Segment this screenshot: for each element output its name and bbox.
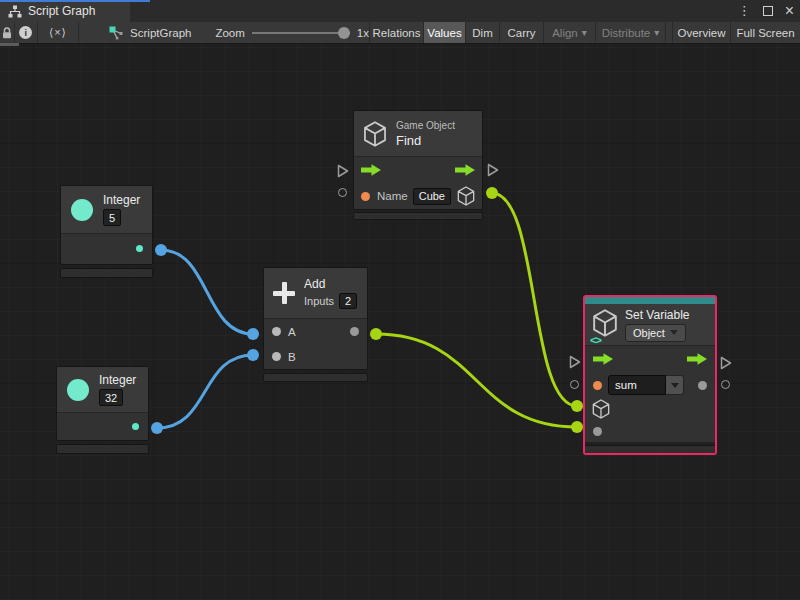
- input-port-b[interactable]: [272, 352, 281, 361]
- wire-endpoint[interactable]: [155, 244, 167, 256]
- variable-kind-strip: [585, 297, 715, 304]
- value-input-port[interactable]: [593, 427, 602, 436]
- input-row-a: A: [264, 319, 367, 344]
- output-port-value[interactable]: [698, 381, 707, 390]
- flow-out-port[interactable]: [455, 164, 475, 176]
- script-graph-icon: [109, 26, 124, 40]
- zoom-label: Zoom: [215, 27, 244, 39]
- flow-in-port[interactable]: [361, 164, 381, 176]
- data-out-connector[interactable]: [721, 380, 730, 389]
- zoom-slider-track: [252, 32, 350, 34]
- param-label: Name: [377, 190, 408, 202]
- integer-value-field[interactable]: 5: [103, 209, 121, 226]
- lock-button[interactable]: [0, 22, 15, 43]
- wire-endpoint[interactable]: [247, 328, 259, 340]
- output-port-sum[interactable]: [350, 327, 359, 336]
- output-port[interactable]: [132, 423, 139, 430]
- input-port-a[interactable]: [272, 327, 281, 336]
- wire-integer32-to-add-b[interactable]: [157, 355, 253, 428]
- wire-integer5-to-add-a[interactable]: [161, 250, 253, 334]
- node-footer: [263, 373, 368, 382]
- node-add[interactable]: Add Inputs 2 A B: [263, 267, 368, 382]
- node-gameobject-find[interactable]: Game Object Find Name Cube: [353, 110, 483, 220]
- wire-endpoint[interactable]: [151, 422, 163, 434]
- flow-in-port[interactable]: [593, 353, 613, 365]
- wire-endpoint[interactable]: [247, 349, 259, 361]
- maximize-icon[interactable]: [763, 6, 773, 16]
- node-integer-32[interactable]: Integer 32: [56, 366, 149, 454]
- inspect-button[interactable]: i: [15, 22, 38, 43]
- variable-name-dropdown-button[interactable]: [666, 375, 684, 395]
- wire-endpoint[interactable]: [571, 421, 583, 433]
- flow-out-connector[interactable]: [720, 356, 732, 370]
- dim-toggle[interactable]: Dim: [465, 22, 499, 43]
- menu-dots-icon[interactable]: ⋮: [738, 0, 751, 22]
- zoom-slider[interactable]: [252, 26, 350, 40]
- relations-label: Relations: [373, 27, 421, 39]
- node-set-variable-selected[interactable]: <> Set Variable Object: [583, 295, 717, 455]
- hierarchy-icon: [8, 5, 22, 18]
- node-footer: [56, 444, 149, 454]
- overview-button[interactable]: Overview: [672, 22, 730, 43]
- chevron-down-icon: ▾: [582, 27, 587, 38]
- titlebar: Script Graph ⋮ ×: [0, 0, 800, 22]
- chevron-down-icon: [670, 330, 678, 335]
- name-value-field[interactable]: Cube: [413, 188, 451, 205]
- distribute-label: Distribute: [602, 27, 651, 39]
- flow-out-port[interactable]: [687, 353, 707, 365]
- variable-name-row: sum: [585, 372, 715, 398]
- align-label: Align: [552, 27, 578, 39]
- flow-in-connector[interactable]: [569, 355, 581, 369]
- align-dropdown[interactable]: Align ▾: [543, 22, 595, 43]
- node-body: [57, 413, 148, 440]
- flow-in-connector[interactable]: [337, 164, 349, 178]
- code-view-icon: ⟨×⟩: [49, 26, 67, 39]
- integer-value-field[interactable]: 32: [99, 389, 123, 406]
- port-b-label: B: [288, 351, 296, 363]
- wire-endpoint[interactable]: [571, 400, 583, 412]
- variable-name-value[interactable]: sum: [608, 375, 666, 395]
- flow-row: [585, 346, 715, 372]
- node-footer: [585, 445, 715, 453]
- zoom-slider-handle[interactable]: [338, 27, 350, 39]
- input-row-b: B: [264, 344, 367, 369]
- variable-name-combobox[interactable]: sum: [608, 375, 684, 395]
- relations-toggle[interactable]: Relations: [369, 22, 423, 43]
- tab-script-graph[interactable]: Script Graph: [0, 0, 130, 22]
- node-title: Integer: [103, 193, 140, 207]
- script-graph-window: Script Graph ⋮ × i ⟨×⟩: [0, 0, 800, 600]
- overview-label: Overview: [678, 27, 726, 39]
- wire-endpoint[interactable]: [370, 328, 382, 340]
- fullscreen-button[interactable]: Full Screen: [730, 22, 800, 43]
- data-in-connector[interactable]: [338, 188, 347, 197]
- target-object-row: [585, 398, 715, 420]
- variable-name-port[interactable]: [593, 381, 602, 390]
- graph-canvas[interactable]: Integer 5 Integer 32: [0, 44, 800, 600]
- data-in-connector[interactable]: [570, 380, 579, 389]
- code-view-button[interactable]: ⟨×⟩: [38, 22, 79, 43]
- node-title: Add: [304, 277, 357, 291]
- wire-endpoint[interactable]: [486, 187, 498, 199]
- close-icon[interactable]: ×: [785, 0, 794, 22]
- values-toggle[interactable]: Values: [423, 22, 465, 43]
- flow-out-connector[interactable]: [487, 163, 499, 177]
- node-integer-5[interactable]: Integer 5: [60, 185, 153, 278]
- wire-add-to-setvariable[interactable]: [376, 334, 577, 427]
- wire-find-to-setvariable[interactable]: [492, 193, 577, 406]
- graph-breadcrumb[interactable]: ScriptGraph: [109, 22, 191, 43]
- distribute-dropdown[interactable]: Distribute ▾: [595, 22, 665, 43]
- output-port[interactable]: [136, 245, 143, 252]
- node-footer: [60, 268, 153, 278]
- gameobject-input-port-icon[interactable]: [592, 399, 610, 419]
- node-title: Set Variable: [625, 308, 689, 322]
- integer-type-icon: [71, 199, 93, 221]
- inputs-count-field[interactable]: 2: [339, 293, 357, 309]
- fullscreen-label: Full Screen: [736, 27, 794, 39]
- variable-scope-dropdown[interactable]: Object: [625, 324, 686, 342]
- flow-row: [354, 157, 482, 183]
- gameobject-output-port-icon[interactable]: [457, 186, 475, 206]
- name-input-port[interactable]: [361, 192, 370, 201]
- carry-toggle[interactable]: Carry: [499, 22, 543, 43]
- carry-label: Carry: [507, 27, 535, 39]
- set-variable-icon: <>: [592, 309, 618, 341]
